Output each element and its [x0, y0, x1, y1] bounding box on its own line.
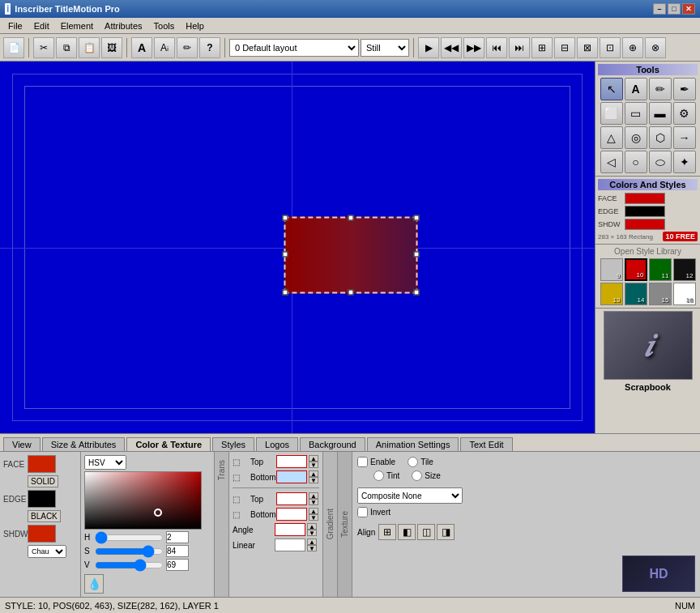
invert-checkbox[interactable] — [357, 507, 368, 517]
align-grid-btn[interactable]: ⊞ — [378, 524, 396, 540]
frame-prev[interactable]: ◀◀ — [441, 37, 462, 58]
style-15[interactable]: 15 — [649, 283, 672, 305]
minimize-button[interactable]: – — [653, 3, 666, 15]
style-16[interactable]: 16 — [673, 283, 696, 305]
mark-out[interactable]: ⏭ — [509, 37, 530, 58]
tool-settings[interactable]: ⚙ — [673, 102, 696, 125]
composite-select[interactable]: Composite None — [357, 487, 463, 504]
grad-top-down[interactable]: ▼ — [309, 499, 318, 505]
h-slider[interactable] — [95, 534, 164, 542]
text-button[interactable]: A — [131, 37, 152, 58]
color-gradient-box[interactable] — [84, 471, 202, 530]
tool-select[interactable]: ↖ — [600, 78, 623, 100]
canvas-area[interactable] — [0, 62, 595, 433]
menu-file[interactable]: File — [3, 20, 28, 32]
selected-rectangle[interactable] — [284, 216, 418, 293]
help-button[interactable]: ? — [199, 37, 220, 58]
linear-input[interactable]: 0 — [275, 539, 305, 551]
align-right-btn[interactable]: ◨ — [437, 524, 455, 540]
btn-a[interactable]: ⊞ — [531, 37, 553, 58]
tool-rect[interactable]: ⬜ — [600, 102, 623, 125]
trans-top-input[interactable]: 0% — [276, 455, 307, 468]
menu-edit[interactable]: Edit — [29, 20, 54, 32]
layout-select[interactable]: 0 Default layout — [229, 39, 359, 57]
menu-element[interactable]: Element — [56, 20, 98, 32]
new-button[interactable]: 📄 — [3, 37, 24, 58]
handle-top-right[interactable] — [414, 215, 420, 220]
tool-star[interactable]: ✦ — [673, 151, 696, 173]
tab-logos[interactable]: Logos — [256, 437, 298, 451]
enable-checkbox[interactable] — [357, 457, 368, 467]
shadow-swatch[interactable] — [625, 219, 665, 230]
tab-view[interactable]: View — [3, 437, 41, 451]
trans-bottom-down[interactable]: ▼ — [309, 477, 318, 483]
h-input[interactable]: 2 — [166, 531, 189, 543]
menu-attributes[interactable]: Attributes — [100, 20, 147, 32]
maximize-button[interactable]: □ — [668, 3, 681, 15]
tool-wedge[interactable]: ◁ — [600, 151, 623, 173]
style-13[interactable]: 13 — [600, 283, 623, 305]
style-10[interactable]: 10 — [625, 258, 647, 281]
grad-bottom-input[interactable]: 50% — [276, 508, 307, 521]
mode-select[interactable]: Still — [361, 39, 409, 57]
btn-c[interactable]: ⊠ — [577, 37, 598, 58]
btn-b[interactable]: ⊟ — [554, 37, 575, 58]
tint-radio[interactable] — [373, 470, 384, 481]
align-left-btn[interactable]: ◧ — [398, 524, 416, 540]
paste-button[interactable]: 📋 — [79, 37, 100, 58]
tool-rounded[interactable]: ▭ — [625, 102, 647, 125]
tab-background[interactable]: Background — [300, 437, 365, 451]
tool-oval[interactable]: ▬ — [649, 102, 672, 125]
handle-bot-left[interactable] — [283, 289, 288, 295]
cut-button[interactable]: ✂ — [33, 37, 54, 58]
text2-button[interactable]: Aᵢ — [154, 37, 175, 58]
handle-bot-mid[interactable] — [348, 289, 353, 295]
black-btn[interactable]: BLACK — [28, 510, 61, 522]
tab-color-texture[interactable]: Color & Texture — [126, 437, 211, 451]
tool-freehand[interactable]: ✒ — [673, 78, 696, 100]
solid-btn[interactable]: SOLID — [28, 475, 58, 487]
copy-button[interactable]: ⧉ — [56, 37, 77, 58]
face-swatch[interactable] — [625, 193, 665, 204]
btn-f[interactable]: ⊗ — [645, 37, 666, 58]
btn-e[interactable]: ⊕ — [622, 37, 643, 58]
tool-text[interactable]: A — [625, 78, 647, 100]
mark-in[interactable]: ⏮ — [486, 37, 507, 58]
bp-edge-swatch[interactable] — [28, 490, 56, 508]
angle-down[interactable]: ▼ — [307, 530, 317, 536]
hsv-select[interactable]: HSV — [84, 455, 126, 470]
tool-ellipse[interactable]: ⬭ — [649, 151, 672, 173]
handle-mid-right[interactable] — [414, 252, 420, 258]
pen-button[interactable]: ✏ — [177, 37, 198, 58]
style-11[interactable]: 11 — [649, 258, 672, 281]
tab-styles[interactable]: Styles — [212, 437, 254, 451]
edge-swatch[interactable] — [625, 206, 665, 217]
trans-bottom-input[interactable]: 92% — [276, 470, 307, 483]
grad-top-input[interactable]: 100% — [276, 492, 307, 505]
v-input[interactable]: 69 — [166, 559, 189, 571]
tool-triangle[interactable]: △ — [600, 126, 623, 149]
tab-size-attr[interactable]: Size & Attributes — [42, 437, 126, 451]
style-14[interactable]: 14 — [625, 283, 647, 305]
size-radio[interactable] — [412, 470, 422, 481]
menu-tools[interactable]: Tools — [149, 20, 180, 32]
grad-bottom-down[interactable]: ▼ — [309, 514, 318, 521]
menu-help[interactable]: Help — [181, 20, 209, 32]
linear-down[interactable]: ▼ — [307, 545, 317, 551]
s-slider[interactable] — [95, 547, 164, 556]
handle-top-mid[interactable] — [348, 215, 353, 220]
angle-input[interactable]: 90 — [275, 523, 305, 536]
tool-spiral[interactable]: ◎ — [625, 126, 647, 149]
import-button[interactable]: 🖼 — [101, 37, 122, 58]
tab-animation[interactable]: Animation Settings — [367, 437, 459, 451]
handle-top-left[interactable] — [283, 215, 288, 220]
bp-shadow-swatch[interactable] — [28, 525, 56, 543]
btn-d[interactable]: ⊡ — [600, 37, 621, 58]
tool-bezier[interactable]: ✏ — [649, 78, 672, 100]
handle-mid-left[interactable] — [283, 252, 288, 258]
style-9[interactable]: 9 — [600, 258, 623, 281]
s-input[interactable]: 84 — [166, 545, 189, 557]
tile-radio[interactable] — [408, 457, 418, 467]
handle-bot-right[interactable] — [414, 289, 420, 295]
tool-arrow[interactable]: → — [673, 126, 696, 149]
